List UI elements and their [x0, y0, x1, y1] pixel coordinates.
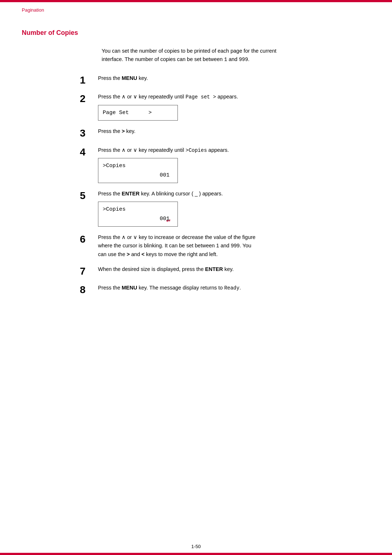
step-content-5: Press the ENTER key. A blinking cursor (… — [98, 190, 370, 230]
step-content-3: Press the > key. — [98, 127, 370, 135]
step-content-6: Press the ∧ or ∨ key to increase or decr… — [98, 233, 370, 259]
step-6: 6 Press the ∧ or ∨ key to increase or de… — [102, 233, 370, 259]
display-box-page-set: Page Set > — [98, 105, 178, 121]
step-number-7: 7 — [80, 265, 98, 278]
top-decorative-bar — [0, 0, 392, 2]
display-box-copies-2: >Copies 001↵ — [98, 202, 178, 227]
step-7: 7 When the desired size is displayed, pr… — [102, 265, 370, 278]
step-4: 4 Press the ∧ or ∨ key repeatedly until … — [102, 146, 370, 187]
steps-container: 1 Press the MENU key. 2 Press the ∧ or ∨… — [102, 74, 370, 296]
step-3: 3 Press the > key. — [102, 127, 370, 139]
step-content-1: Press the MENU key. — [98, 74, 370, 82]
step-content-7: When the desired size is displayed, pres… — [98, 265, 370, 274]
step-number-2: 2 — [80, 93, 98, 105]
step-1: 1 Press the MENU key. — [102, 74, 370, 86]
step-number-6: 6 — [80, 233, 98, 246]
step-content-2: Press the ∧ or ∨ key repeatedly until Pa… — [98, 93, 370, 124]
step-number-1: 1 — [80, 74, 98, 86]
step-2: 2 Press the ∧ or ∨ key repeatedly until … — [102, 93, 370, 124]
main-content: Number of Copies You can set the number … — [22, 29, 370, 540]
page-number: 1-50 — [191, 544, 201, 549]
pagination-label: Pagination — [22, 7, 44, 13]
display-box-copies-1: >Copies 001 — [98, 158, 178, 183]
step-8: 8 Press the MENU key. The message displa… — [102, 284, 370, 296]
step-number-5: 5 — [80, 190, 98, 202]
step-5: 5 Press the ENTER key. A blinking cursor… — [102, 190, 370, 230]
intro-text: You can set the number of copies to be p… — [102, 47, 370, 64]
step-content-8: Press the MENU key. The message display … — [98, 284, 370, 292]
section-title: Number of Copies — [22, 29, 370, 37]
step-content-4: Press the ∧ or ∨ key repeatedly until >C… — [98, 146, 370, 187]
step-number-4: 4 — [80, 146, 98, 158]
step-number-3: 3 — [80, 127, 98, 139]
step-number-8: 8 — [80, 284, 98, 296]
bottom-decorative-bar — [0, 553, 392, 555]
